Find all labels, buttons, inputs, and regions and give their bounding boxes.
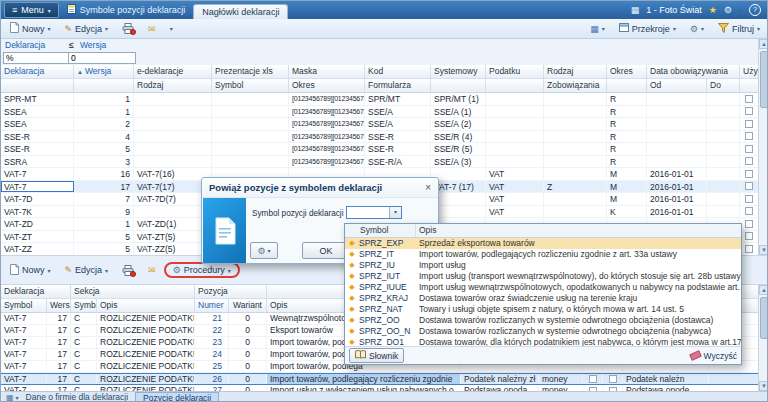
uzywa-checkbox-cell[interactable]: [740, 181, 758, 193]
dropdown-item[interactable]: ◆SPRZ_IUTImport usług (transport wewnątr…: [345, 271, 741, 282]
column-header-prezentacje-xls[interactable]: Prezentacje xls: [212, 65, 289, 78]
position-row[interactable]: VAT-717CROZLICZENIE PODATKU I260Import t…: [1, 373, 758, 385]
grid2-scrollbar[interactable]: ▲ ▼: [758, 285, 768, 391]
tab-symbole-pozycji-deklaracji[interactable]: Symbole pozycji deklaracji: [59, 1, 194, 19]
checkbox[interactable]: [745, 245, 753, 253]
uzywa-checkbox-cell[interactable]: [740, 118, 758, 130]
column-header-zobowiazania-sub[interactable]: Zobowiązania: [544, 79, 607, 92]
star-icon[interactable]: ★: [709, 5, 717, 15]
dropdown-item[interactable]: ◆SPRZ_IUUEImport usług wewnątrzwspólnoto…: [345, 282, 741, 293]
settings-button[interactable]: ⚙ ▾: [684, 20, 710, 38]
column-header-rodzaj[interactable]: Rodzaj: [544, 65, 607, 78]
uzywa-checkbox-cell[interactable]: [740, 168, 758, 180]
uzywa-checkbox-cell[interactable]: [740, 218, 758, 230]
checkbox[interactable]: [745, 195, 753, 203]
menu-button[interactable]: ≡ Menu ▾: [4, 2, 59, 18]
declaration-row[interactable]: SSE-R5[0123456789][0123456789][0SSE-RSSE…: [1, 143, 758, 156]
dropdown-item[interactable]: ◆SPRZ_ITImport towarów, podlegających ro…: [345, 249, 741, 260]
uzywa-checkbox-cell[interactable]: [740, 206, 758, 218]
column-header-od-sub[interactable]: Od: [647, 79, 707, 92]
dialog-settings-button[interactable]: ⚙ ▾: [250, 242, 278, 259]
help-icon[interactable]: ?: [749, 4, 761, 16]
column-header-uzywa[interactable]: Używa: [740, 65, 758, 78]
declaration-row[interactable]: SPR-MT1[0123456789][0123456789][0SPR/MTS…: [1, 93, 758, 106]
declaration-row[interactable]: SSEA1[0123456789][0123456789][0SSE/ASSE/…: [1, 106, 758, 119]
checkbox[interactable]: [745, 120, 753, 128]
group-header-pozycja[interactable]: Pozycja: [195, 285, 267, 298]
column-header-wariant[interactable]: Wariant: [229, 299, 267, 312]
more-tools-button[interactable]: ▾: [164, 20, 179, 38]
close-icon[interactable]: ×: [425, 178, 431, 197]
column-header-systemowy[interactable]: Systemowy: [431, 65, 486, 78]
mail-button[interactable]: ✉: [142, 20, 162, 38]
uzywa-checkbox-cell[interactable]: [740, 243, 758, 255]
dropdown-item[interactable]: ◆SPRZ_OO_NDostawa towarów rozliczanych w…: [345, 326, 741, 337]
checkbox[interactable]: [745, 145, 753, 153]
mail-button[interactable]: ✉: [142, 261, 162, 279]
uzywa-checkbox-cell[interactable]: [740, 93, 758, 105]
layout-button[interactable]: ▦ ▾: [584, 20, 611, 38]
checkbox[interactable]: [745, 107, 753, 115]
flag-checkbox-cell[interactable]: [583, 374, 603, 384]
checkbox[interactable]: [589, 375, 597, 383]
checkbox[interactable]: [745, 95, 753, 103]
new-button[interactable]: Nowy ▾: [4, 20, 57, 38]
flag-checkbox-cell[interactable]: [603, 374, 623, 384]
tab-dane-o-firmie[interactable]: Dane o firmie dla deklaracji: [19, 392, 136, 402]
column-header-formularza-sub[interactable]: Formularza: [365, 79, 431, 92]
new-button[interactable]: Nowy ▾: [4, 261, 57, 279]
filter-column-deklaracja[interactable]: Deklaracja: [5, 40, 45, 50]
scrollbar-thumb[interactable]: [760, 297, 768, 339]
slownik-button[interactable]: Słownik: [349, 348, 404, 363]
column-header-do-sub[interactable]: Do: [707, 79, 740, 92]
tab-pozycje-deklaracji[interactable]: Pozycje deklaracji: [135, 392, 219, 402]
checkbox[interactable]: [745, 232, 753, 240]
filter-button[interactable]: Filtruj ▾: [712, 20, 766, 38]
print-button[interactable]: [116, 261, 140, 279]
column-header-podatku[interactable]: Podatku: [486, 65, 544, 78]
chevron-down-icon[interactable]: ▾: [739, 7, 742, 14]
checkbox[interactable]: [745, 207, 753, 215]
group-header-sekcja[interactable]: Sekcja: [71, 285, 195, 298]
column-header-wersja[interactable]: ▲Wersja: [74, 65, 134, 78]
column-header-maska[interactable]: Maska: [289, 65, 365, 78]
procedury-button[interactable]: ⚙ Procedury ▾: [164, 262, 240, 278]
checkbox[interactable]: [745, 220, 753, 228]
scroll-down-icon[interactable]: ▼: [759, 381, 768, 391]
group-header-deklaracja[interactable]: Deklaracja: [1, 285, 71, 298]
scroll-up-icon[interactable]: ▲: [759, 285, 768, 295]
symbol-combobox[interactable]: ▾: [346, 206, 402, 219]
ok-button[interactable]: OK: [302, 242, 350, 259]
column-header-symbol-sub[interactable]: Symbol: [212, 79, 289, 92]
filter-column-wersja[interactable]: Wersja: [80, 40, 106, 50]
grid1-scrollbar[interactable]: ▲ ▼: [758, 39, 768, 255]
column-header-wers[interactable]: Wers: [47, 299, 71, 312]
checkbox[interactable]: [609, 375, 617, 383]
dropdown-item[interactable]: ◆SPRZ_EXPSprzedaż eksportowa towarów: [345, 238, 741, 249]
column-header-okres[interactable]: Okres: [607, 65, 647, 78]
column-header-sekcja-opis[interactable]: Opis: [97, 299, 195, 312]
uzywa-checkbox-cell[interactable]: [740, 231, 758, 243]
column-header-edeklaracje[interactable]: e-deklaracje: [134, 65, 212, 78]
filter-operator[interactable]: ≤: [69, 40, 74, 50]
company-selector[interactable]: 1 - Foto Świat: [646, 5, 702, 15]
checkbox[interactable]: [745, 170, 753, 178]
checkbox[interactable]: [745, 132, 753, 140]
grid-icon[interactable]: ▦: [6, 393, 14, 402]
column-header-deklaracja[interactable]: Deklaracja: [1, 65, 74, 78]
uzywa-checkbox-cell[interactable]: [740, 143, 758, 155]
declaration-row[interactable]: SSRA3[0123456789][0123456789][0SSE-R/ASS…: [1, 156, 758, 169]
dropdown-item[interactable]: ◆SPRZ_NATTowary i usługi objęte spisem z…: [345, 304, 741, 315]
column-header-numer[interactable]: Numer: [195, 299, 229, 312]
scroll-down-icon[interactable]: ▼: [759, 245, 768, 255]
uzywa-checkbox-cell[interactable]: [740, 156, 758, 168]
uzywa-checkbox-cell[interactable]: [740, 106, 758, 118]
declaration-row[interactable]: SSE-R4[0123456789][0123456789][0SSE-RSSE…: [1, 131, 758, 144]
checkbox[interactable]: [745, 182, 753, 190]
wersja-filter-input[interactable]: [68, 52, 136, 64]
scroll-up-icon[interactable]: ▲: [759, 39, 768, 49]
column-header-symbol[interactable]: Symbol: [1, 299, 47, 312]
wyczysc-button[interactable]: Wyczyść: [690, 351, 737, 361]
declaration-row[interactable]: SSEA2[0123456789][0123456789][0SSE/ASSE/…: [1, 118, 758, 131]
checkbox[interactable]: [745, 157, 753, 165]
